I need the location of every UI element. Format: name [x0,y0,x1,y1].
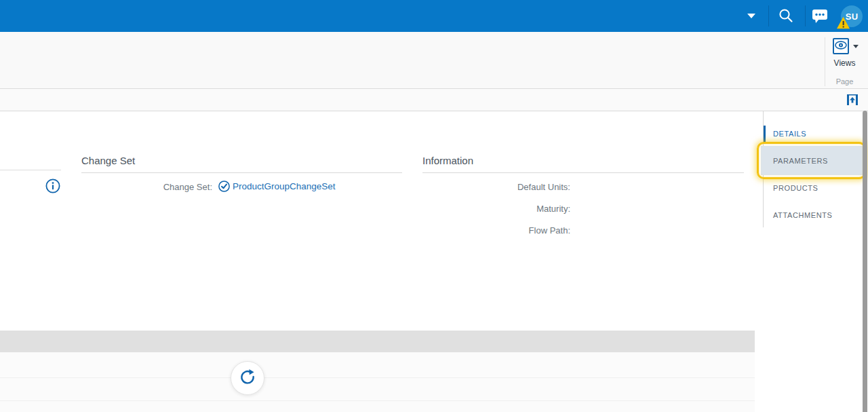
search-icon[interactable] [778,7,794,24]
default-units-label: Default Units: [422,182,570,192]
check-circle-icon [218,181,230,192]
details-panel: Change Set Change Set: ProductGroupChang… [0,111,868,412]
refresh-button[interactable] [231,361,264,395]
active-tab-indicator [764,126,766,143]
warning-icon [836,16,850,29]
topbar-divider [805,5,806,26]
change-set-link[interactable]: ProductGroupChangeSet [233,181,336,191]
grid-row-divider [0,400,755,401]
flow-path-label: Flow Path: [422,225,570,236]
app-window: SU Views Page [0,0,868,412]
grid-header-bar [0,331,755,352]
top-navigation-bar: SU [0,0,868,32]
grid-rows-area [0,352,755,412]
tab-products[interactable]: PRODUCTS [773,184,818,192]
ribbon-group-label: Page [826,77,863,86]
tab-parameters[interactable]: PARAMETERS [773,157,828,165]
topbar-divider [768,5,769,26]
refresh-icon [239,368,256,388]
maturity-label: Maturity: [422,204,570,214]
eye-icon [835,40,847,52]
chevron-down-icon[interactable] [747,14,755,18]
page-toolbar [0,89,868,111]
views-button-label: Views [826,58,863,68]
ribbon-group-divider [825,37,825,86]
section-title-change-set: Change Set [81,155,402,173]
views-dropdown-icon[interactable] [853,45,859,48]
ribbon: Views Page [0,32,868,89]
tab-attachments[interactable]: ATTACHMENTS [773,211,832,219]
tab-details[interactable]: DETAILS [773,130,806,138]
section-title-information: Information [422,155,744,173]
left-divider [0,170,61,170]
views-button[interactable] [833,38,849,54]
collapse-panel-icon[interactable] [847,94,858,105]
grid-row-divider [0,377,755,378]
change-set-field-label: Change Set: [81,182,212,192]
chat-icon[interactable] [812,9,829,24]
vertical-scrollbar[interactable] [863,111,867,412]
info-icon[interactable] [45,179,60,193]
